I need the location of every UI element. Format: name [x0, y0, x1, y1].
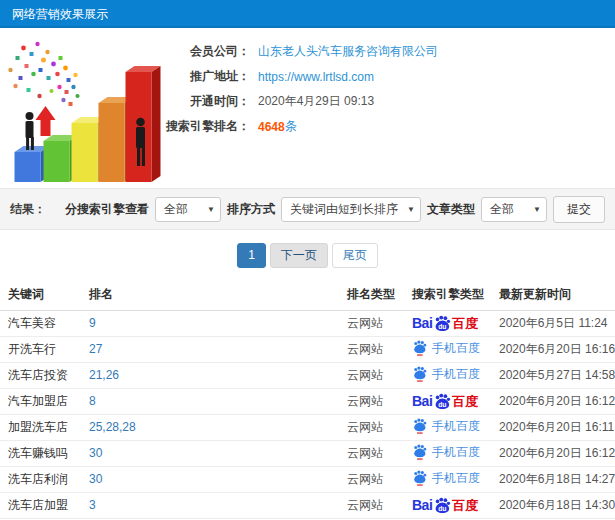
mobile-baidu-paw-icon	[412, 417, 427, 434]
header-update-time: 最新更新时间	[495, 280, 615, 310]
article-type-select[interactable]: 全部 ▼	[481, 197, 547, 222]
mobile-baidu-label: 手机百度	[432, 446, 480, 458]
cell-keyword: 加盟洗车店	[0, 414, 85, 440]
baidu-logo: Bai du 百度	[412, 496, 478, 514]
filter-bar: 结果： 分搜索引擎查看 全部 ▼ 排序方式 关键词由短到长排序 ▼ 文章类型 全…	[0, 188, 615, 230]
sort-select[interactable]: 关键词由短到长排序 ▼	[281, 197, 421, 222]
pagination-page-1[interactable]: 1	[237, 243, 266, 268]
member-info-section: 会员公司： 山东老人头汽车服务咨询有限公司 推广地址： https://www.…	[0, 28, 615, 188]
cell-keyword: 汽车美容	[0, 310, 85, 336]
table-row: 汽车美容 9 云网站 Bai du 百度 2020年6月5日 11:24	[0, 310, 615, 336]
table-row: 洗车赚钱吗 30 云网站 手机百度 2020年6月20日 16:12	[0, 440, 615, 466]
engine-filter-value: 全部	[164, 202, 188, 216]
cell-time: 2020年6月20日 16:12	[495, 440, 615, 466]
table-row: 开洗车行 27 云网站 手机百度 2020年6月20日 16:16	[0, 336, 615, 362]
chevron-down-icon: ▼	[407, 198, 415, 221]
confetti-dots	[8, 42, 79, 106]
cell-time: 2020年6月20日 16:11	[495, 414, 615, 440]
cell-engine: Bai du 百度	[408, 492, 495, 518]
growth-chart-image	[0, 30, 185, 188]
mobile-baidu-paw-icon	[412, 339, 427, 356]
article-type-value: 全部	[490, 202, 514, 216]
cell-keyword: 开洗车行	[0, 336, 85, 362]
member-info-list: 会员公司： 山东老人头汽车服务咨询有限公司 推广地址： https://www.…	[155, 28, 615, 139]
cell-rank-type: 云网站	[343, 492, 408, 518]
cell-rank-type: 云网站	[343, 362, 408, 388]
info-row-open-time: 开通时间： 2020年4月29日 09:13	[155, 89, 615, 114]
page-title-bar: 网络营销效果展示	[0, 0, 615, 28]
baidu-paw-icon: du	[433, 496, 451, 514]
open-time-value: 2020年4月29日 09:13	[258, 93, 374, 110]
cell-keyword: 洗车店加盟	[0, 492, 85, 518]
cell-rank[interactable]: 21,26	[85, 362, 343, 388]
pagination-next-button[interactable]: 下一页	[270, 243, 328, 268]
mobile-baidu-label: 手机百度	[432, 368, 480, 380]
mobile-baidu-paw-icon	[412, 469, 427, 486]
mobile-baidu-label: 手机百度	[432, 472, 480, 484]
page: 网络营销效果展示	[0, 0, 615, 520]
pagination-last-button[interactable]: 尾页	[332, 243, 378, 268]
cell-rank[interactable]: 25,28,28	[85, 414, 343, 440]
cell-rank-type: 云网站	[343, 466, 408, 492]
company-name-link[interactable]: 山东老人头汽车服务咨询有限公司	[258, 43, 438, 60]
table-header-row: 关键词 排名 排名类型 搜索引擎类型 最新更新时间	[0, 280, 615, 310]
cell-rank-type: 云网站	[343, 310, 408, 336]
baidu-logo: Bai du 百度	[412, 392, 478, 410]
article-type-label: 文章类型	[427, 201, 475, 218]
cell-rank-type: 云网站	[343, 440, 408, 466]
cell-time: 2020年6月18日 14:27	[495, 466, 615, 492]
cell-rank[interactable]: 3	[85, 492, 343, 518]
table-row: 洗车店投资 21,26 云网站 手机百度 2020年5月27日 14:58	[0, 362, 615, 388]
cell-rank[interactable]: 27	[85, 336, 343, 362]
mobile-baidu-label: 手机百度	[432, 420, 480, 432]
result-label: 结果：	[10, 201, 46, 218]
cell-rank[interactable]: 8	[85, 388, 343, 414]
info-row-rank-count: 搜索引擎排名： 4648 条	[155, 114, 615, 139]
baidu-logo-cn-text: 百度	[452, 395, 478, 408]
baidu-logo-bai-text: Bai	[412, 316, 432, 330]
mobile-baidu-label: 手机百度	[432, 342, 480, 354]
table-row: 汽车加盟店 8 云网站 Bai du 百度 2020年6月20日 16:12	[0, 388, 615, 414]
bar-chart-illustration	[0, 30, 185, 188]
cell-rank[interactable]: 30	[85, 440, 343, 466]
engine-filter-select[interactable]: 全部 ▼	[155, 197, 221, 222]
cell-keyword: 洗车赚钱吗	[0, 440, 85, 466]
submit-button[interactable]: 提交	[553, 196, 605, 223]
header-rank: 排名	[85, 280, 343, 310]
baidu-logo-du-text: du	[439, 401, 447, 408]
cell-engine: 手机百度	[408, 336, 495, 362]
baidu-logo: Bai du 百度	[412, 314, 478, 332]
rank-count-value: 4648	[258, 120, 285, 134]
header-engine-type: 搜索引擎类型	[408, 280, 495, 310]
cell-time: 2020年6月20日 16:16	[495, 336, 615, 362]
mobile-baidu-logo: 手机百度	[412, 365, 480, 382]
baidu-logo-bai-text: Bai	[412, 498, 432, 512]
table-row: 洗车店利润 30 云网站 手机百度 2020年6月18日 14:27	[0, 466, 615, 492]
rank-count-unit: 条	[285, 118, 297, 135]
baidu-logo-du-text: du	[439, 323, 447, 330]
engine-filter-label: 分搜索引擎查看	[65, 201, 149, 218]
promo-url-link[interactable]: https://www.lrtlsd.com	[258, 70, 374, 84]
cell-keyword: 汽车加盟店	[0, 388, 85, 414]
cell-rank-type: 云网站	[343, 388, 408, 414]
cell-keyword: 洗车店利润	[0, 466, 85, 492]
cell-rank[interactable]: 30	[85, 466, 343, 492]
mobile-baidu-logo: 手机百度	[412, 469, 480, 486]
cell-time: 2020年6月5日 11:24	[495, 310, 615, 336]
cell-time: 2020年5月27日 14:58	[495, 362, 615, 388]
mobile-baidu-paw-icon	[412, 365, 427, 382]
results-table-body: 汽车美容 9 云网站 Bai du 百度 2020年6月5日 11:24 开洗车…	[0, 310, 615, 518]
mobile-baidu-logo: 手机百度	[412, 417, 480, 434]
baidu-paw-icon: du	[433, 314, 451, 332]
mobile-baidu-logo: 手机百度	[412, 443, 480, 460]
sort-label: 排序方式	[227, 201, 275, 218]
page-title: 网络营销效果展示	[12, 7, 108, 21]
mobile-baidu-logo: 手机百度	[412, 339, 480, 356]
filter-controls: 分搜索引擎查看 全部 ▼ 排序方式 关键词由短到长排序 ▼ 文章类型 全部 ▼ …	[65, 196, 605, 223]
sort-value: 关键词由短到长排序	[290, 202, 398, 216]
baidu-logo-du-text: du	[439, 505, 447, 512]
cell-time: 2020年6月18日 14:30	[495, 492, 615, 518]
info-row-url: 推广地址： https://www.lrtlsd.com	[155, 64, 615, 89]
cell-rank[interactable]: 9	[85, 310, 343, 336]
table-row: 洗车店加盟 3 云网站 Bai du 百度 2020年6月18日 14:30	[0, 492, 615, 518]
